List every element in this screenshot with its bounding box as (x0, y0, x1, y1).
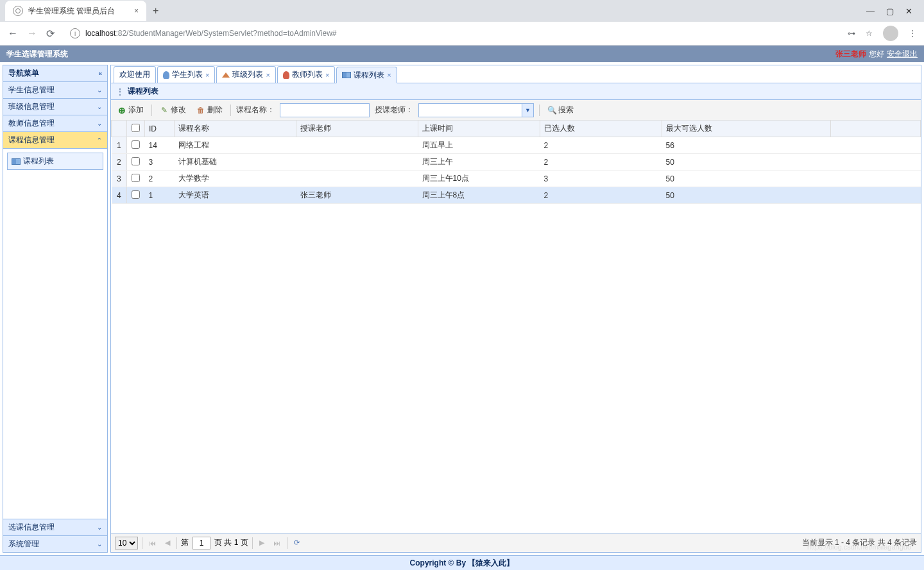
sidebar-item-student[interactable]: 学生信息管理 ⌄ (3, 82, 107, 99)
teacher-combo[interactable]: ▼ (418, 103, 534, 117)
teacher-label: 授课老师： (375, 105, 413, 115)
sidebar: 导航菜单 « 学生信息管理 ⌄ 班级信息管理 ⌄ 教师信息管理 ⌄ 课程信息管理 (3, 65, 108, 553)
table-row[interactable]: 1 14 网络工程 周五早上 2 56 (112, 137, 921, 154)
tab-teacher-list[interactable]: 教师列表 × (277, 66, 335, 83)
browser-tab-bar: 学生管理系统 管理员后台 × + — ▢ ✕ (0, 0, 924, 22)
row-checkbox[interactable] (132, 140, 140, 149)
sidebar-item-label: 教师信息管理 (8, 118, 55, 129)
row-checkbox[interactable] (132, 174, 140, 182)
pagination: 10 ⏮ ◀ 第 页 共 1 页 ▶ ⏭ ⟳ 当前显示 1 - 4 条记录 共 … (111, 533, 921, 552)
cell-spacer (831, 154, 921, 171)
sidebar-item-course[interactable]: 课程信息管理 ⌄ (3, 132, 107, 149)
menu-icon[interactable]: ⋮ (909, 29, 916, 38)
table-row[interactable]: 4 1 大学英语 张三老师 周三上午8点 2 50 (112, 187, 921, 204)
teacher-combo-input[interactable] (419, 104, 522, 117)
cell-teacher (296, 171, 418, 187)
sidebar-item-class[interactable]: 班级信息管理 ⌄ (3, 99, 107, 115)
cell-time: 周五早上 (418, 137, 540, 154)
star-icon[interactable]: ☆ (866, 29, 873, 38)
column-name[interactable]: 课程名称 (175, 121, 296, 137)
forward-button[interactable]: → (27, 28, 37, 39)
edit-button[interactable]: ✎ 修改 (157, 103, 189, 117)
cell-id: 3 (145, 154, 175, 171)
collapse-icon[interactable]: « (98, 70, 102, 77)
table-row[interactable]: 2 3 计算机基础 周三上午 2 50 (112, 154, 921, 171)
course-name-input[interactable] (280, 103, 370, 117)
delete-button[interactable]: 🗑 删除 (194, 103, 225, 117)
search-button[interactable]: 🔍 搜索 (545, 103, 576, 117)
close-icon[interactable]: × (325, 71, 329, 79)
close-icon[interactable]: × (205, 71, 209, 79)
close-button[interactable]: ✕ (905, 6, 912, 16)
select-all-checkbox[interactable] (132, 124, 140, 132)
chevron-down-icon[interactable]: ▼ (522, 104, 533, 117)
column-selected[interactable]: 已选人数 (540, 121, 662, 137)
app-title: 学生选课管理系统 (6, 49, 68, 60)
tab-label: 欢迎使用 (119, 69, 150, 80)
sidebar-item-system[interactable]: 系统管理 ⌄ (3, 535, 107, 552)
prev-page-button[interactable]: ◀ (162, 537, 173, 548)
row-number: 4 (112, 187, 127, 204)
sidebar-item-selection[interactable]: 选课信息管理 ⌄ (3, 519, 107, 535)
close-icon[interactable]: × (134, 6, 139, 15)
new-tab-button[interactable]: + (146, 5, 165, 17)
book-icon (12, 158, 21, 165)
minimize-button[interactable]: — (866, 6, 875, 16)
tab-student-list[interactable]: 学生列表 × (157, 66, 215, 83)
address-bar[interactable]: i localhost:82/StudentManagerWeb/SystemS… (64, 24, 839, 42)
tab-label: 班级列表 (232, 69, 263, 80)
column-time[interactable]: 上课时间 (418, 121, 540, 137)
last-page-button[interactable]: ⏭ (271, 538, 283, 548)
separator (539, 105, 540, 116)
row-checkbox-cell (127, 187, 145, 204)
next-page-button[interactable]: ▶ (257, 537, 267, 548)
grip-icon: ⋮ (116, 87, 124, 96)
reload-button[interactable]: ⟳ (46, 28, 55, 40)
current-user: 张三老师 (835, 49, 866, 60)
first-page-button[interactable]: ⏮ (146, 538, 158, 548)
back-button[interactable]: ← (8, 28, 18, 39)
column-teacher[interactable]: 授课老师 (296, 121, 418, 137)
page-info: 当前显示 1 - 4 条记录 共 4 条记录 (802, 537, 917, 548)
cell-spacer (831, 171, 921, 187)
page-before-label: 第 (181, 537, 189, 548)
sidebar-item-teacher[interactable]: 教师信息管理 ⌄ (3, 115, 107, 132)
sidebar-link-course-list[interactable]: 课程列表 (7, 153, 103, 170)
row-checkbox[interactable] (132, 190, 140, 199)
search-icon: 🔍 (547, 106, 556, 115)
info-icon[interactable]: i (70, 28, 80, 38)
row-checkbox[interactable] (132, 157, 140, 165)
cell-max: 56 (662, 137, 831, 154)
cell-max: 50 (662, 187, 831, 204)
page-number-input[interactable] (193, 537, 210, 549)
refresh-button[interactable]: ⟳ (291, 537, 302, 548)
column-max[interactable]: 最大可选人数 (662, 121, 831, 137)
cell-name: 网络工程 (175, 137, 296, 154)
table-row[interactable]: 3 2 大学数学 周三上午10点 3 50 (112, 171, 921, 187)
name-label: 课程名称： (236, 105, 275, 115)
tab-class-list[interactable]: 班级列表 × (216, 66, 275, 83)
close-icon[interactable]: × (387, 71, 391, 79)
cell-id: 2 (145, 171, 175, 187)
add-button[interactable]: ⊕ 添加 (115, 103, 146, 117)
main-panel: 欢迎使用 学生列表 × 班级列表 × 教师列表 × (110, 65, 921, 553)
row-number: 1 (112, 137, 127, 154)
column-id[interactable]: ID (145, 121, 175, 137)
trash-icon: 🗑 (196, 106, 205, 115)
logout-link[interactable]: 安全退出 (887, 49, 918, 60)
window-controls: — ▢ ✕ (866, 6, 924, 16)
profile-avatar[interactable] (883, 26, 898, 41)
panel-header: ⋮ 课程列表 (111, 83, 921, 100)
tab-course-list[interactable]: 课程列表 × (336, 67, 397, 83)
cell-teacher (296, 154, 418, 171)
column-spacer (831, 121, 921, 137)
maximize-button[interactable]: ▢ (886, 6, 894, 16)
tab-label: 课程列表 (354, 70, 384, 81)
close-icon[interactable]: × (266, 71, 270, 79)
page-size-select[interactable]: 10 (115, 537, 138, 549)
tab-welcome[interactable]: 欢迎使用 (114, 66, 156, 83)
key-icon[interactable]: ⊶ (848, 29, 855, 38)
pencil-icon: ✎ (160, 106, 169, 115)
cell-name: 大学英语 (175, 187, 296, 204)
browser-tab[interactable]: 学生管理系统 管理员后台 × (5, 1, 146, 21)
